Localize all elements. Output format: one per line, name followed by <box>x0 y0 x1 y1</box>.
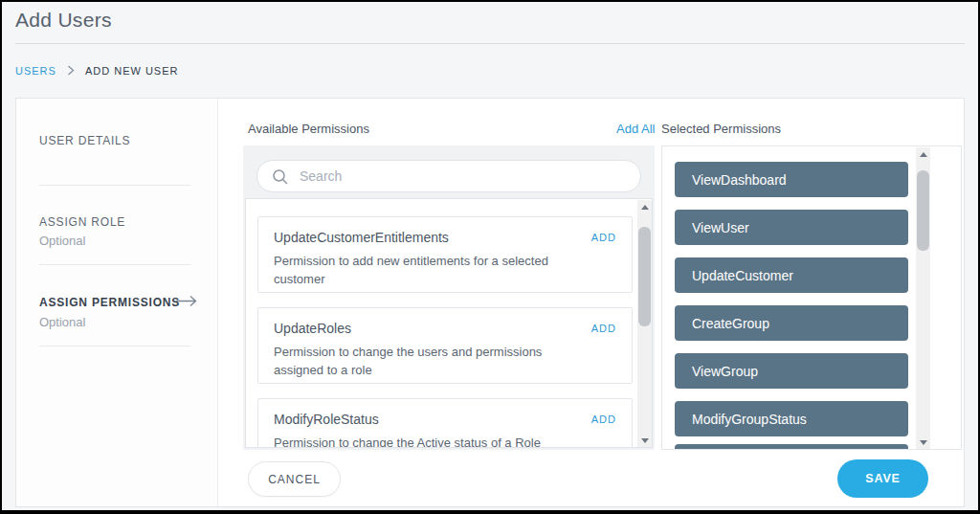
breadcrumb: USERS ADD NEW USER <box>15 63 178 78</box>
sidebar-item-user-details[interactable]: USER DETAILS <box>39 134 130 147</box>
step-divider <box>39 185 190 186</box>
add-permission-button[interactable]: ADD <box>591 412 616 425</box>
chevron-right-icon <box>67 62 75 79</box>
arrow-right-icon <box>175 294 198 311</box>
scrollbar-thumb[interactable] <box>638 227 651 326</box>
add-permission-button[interactable]: ADD <box>591 321 616 334</box>
add-users-window: Add Users USERS ADD NEW USER USER DETAIL… <box>0 0 980 514</box>
triangle-up-icon[interactable] <box>916 147 930 162</box>
permission-description: Permission to change the users and permi… <box>274 344 590 380</box>
breadcrumb-users-link[interactable]: USERS <box>15 65 56 77</box>
available-permissions-header: Available Permissions <box>248 122 369 136</box>
triangle-down-icon[interactable] <box>916 436 930 450</box>
step-divider <box>39 346 190 346</box>
cancel-button[interactable]: CANCEL <box>248 461 341 497</box>
permission-chip[interactable]: ModifyGroupStatus <box>675 401 908 436</box>
triangle-up-icon[interactable] <box>637 200 652 214</box>
available-permissions-list: UpdateCustomerEntitlements ADD Permissio… <box>245 198 653 448</box>
permission-chip[interactable]: CreateGroup <box>675 305 908 341</box>
save-button[interactable]: SAVE <box>837 459 928 498</box>
breadcrumb-current: ADD NEW USER <box>85 65 179 77</box>
step-divider <box>39 264 190 265</box>
permission-chip[interactable]: UpdateCustomer <box>675 257 908 293</box>
permission-name: UpdateRoles <box>274 321 351 336</box>
permission-chip[interactable]: ViewUser <box>675 210 908 245</box>
add-permission-button[interactable]: ADD <box>591 230 616 243</box>
permission-card: ModifyRoleStatus ADD Permission to chang… <box>257 398 633 448</box>
selected-permissions-panel: ViewDashboard ViewUser UpdateCustomer Cr… <box>661 145 962 450</box>
search-icon <box>272 168 289 190</box>
sidebar-item-assign-role[interactable]: ASSIGN ROLE <box>39 215 125 229</box>
permission-name: ModifyRoleStatus <box>274 412 379 427</box>
permission-card: UpdateRoles ADD Permission to change the… <box>257 307 633 384</box>
sidebar-item-assign-permissions-sub: Optional <box>39 315 85 329</box>
search-input[interactable] <box>257 161 640 191</box>
main-card: USER DETAILS ASSIGN ROLE Optional ASSIGN… <box>15 98 965 507</box>
permission-chip[interactable]: ViewGroup <box>675 353 908 389</box>
wizard-steps-sidebar: USER DETAILS ASSIGN ROLE Optional ASSIGN… <box>16 99 218 506</box>
selected-list-scrollbar[interactable] <box>916 147 930 450</box>
scrollbar-thumb[interactable] <box>917 170 929 251</box>
permission-chip-partial[interactable] <box>675 444 908 450</box>
selected-permissions-header: Selected Permissions <box>661 122 781 136</box>
permission-chip[interactable]: ViewDashboard <box>675 162 908 197</box>
available-list-scrollbar[interactable] <box>637 200 652 448</box>
add-all-link[interactable]: Add All <box>616 122 655 136</box>
page-title: Add Users <box>15 9 112 32</box>
triangle-down-icon[interactable] <box>637 434 652 448</box>
available-permissions-panel: UpdateCustomerEntitlements ADD Permissio… <box>243 145 655 450</box>
sidebar-item-assign-permissions[interactable]: ASSIGN PERMISSIONS <box>39 296 180 309</box>
permission-description: Permission to add new entitlements for a… <box>274 253 590 289</box>
permission-name: UpdateCustomerEntitlements <box>274 230 449 245</box>
search-box <box>256 160 641 192</box>
permission-card: UpdateCustomerEntitlements ADD Permissio… <box>257 216 633 293</box>
title-divider <box>15 43 965 44</box>
permission-description: Permission to change the Active status o… <box>274 435 590 448</box>
sidebar-item-assign-role-sub: Optional <box>39 234 85 248</box>
